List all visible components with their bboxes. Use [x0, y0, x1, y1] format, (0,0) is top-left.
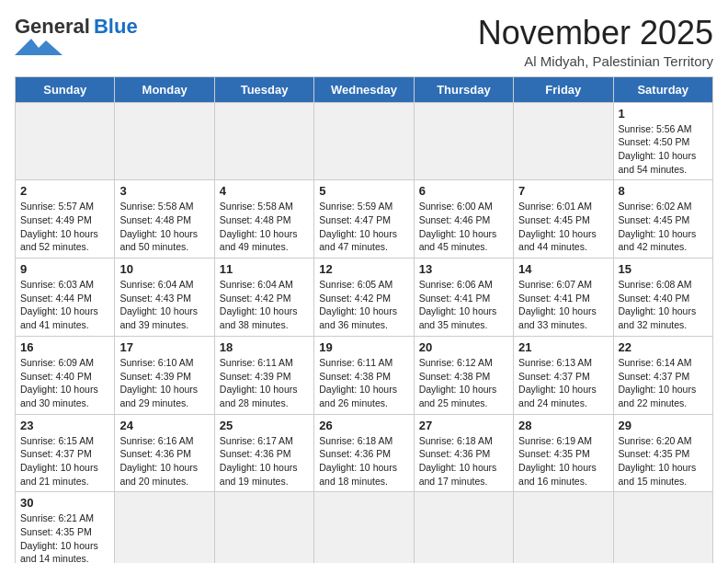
day-number: 12: [319, 262, 408, 276]
day-number: 22: [619, 340, 708, 354]
calendar-cell: 26Sunrise: 6:18 AM Sunset: 4:36 PM Dayli…: [314, 414, 414, 492]
calendar-cell: 5Sunrise: 5:59 AM Sunset: 4:47 PM Daylig…: [314, 180, 414, 259]
calendar-cell: 11Sunrise: 6:04 AM Sunset: 4:42 PM Dayli…: [214, 259, 313, 337]
day-number: 19: [319, 340, 408, 354]
calendar-cell: 3Sunrise: 5:58 AM Sunset: 4:48 PM Daylig…: [115, 180, 214, 259]
day-number: 29: [619, 419, 708, 432]
logo-icon: [15, 39, 63, 55]
weekday-header-saturday: Saturday: [613, 76, 712, 102]
day-number: 11: [220, 262, 309, 276]
day-info: Sunrise: 6:01 AM Sunset: 4:45 PM Dayligh…: [518, 200, 608, 254]
day-number: 6: [419, 184, 508, 198]
day-number: 30: [20, 496, 109, 510]
day-info: Sunrise: 6:17 AM Sunset: 4:36 PM Dayligh…: [220, 434, 309, 488]
calendar-cell: 13Sunrise: 6:06 AM Sunset: 4:41 PM Dayli…: [414, 259, 513, 337]
calendar-cell: 22Sunrise: 6:14 AM Sunset: 4:37 PM Dayli…: [613, 336, 712, 414]
calendar-cell: 4Sunrise: 5:58 AM Sunset: 4:48 PM Daylig…: [214, 180, 313, 259]
day-info: Sunrise: 5:58 AM Sunset: 4:48 PM Dayligh…: [220, 200, 309, 254]
day-number: 24: [119, 419, 209, 432]
day-number: 14: [518, 262, 608, 276]
calendar-cell: [314, 492, 414, 563]
header: General Blue November 2025 Al Midyah, Pa…: [15, 15, 713, 69]
calendar-cell: 24Sunrise: 6:16 AM Sunset: 4:36 PM Dayli…: [115, 414, 214, 492]
day-number: 26: [319, 419, 408, 432]
calendar-cell: [314, 102, 414, 180]
day-number: 1: [619, 107, 708, 121]
calendar-cell: [214, 102, 313, 180]
calendar-cell: [514, 102, 613, 180]
calendar-cell: 21Sunrise: 6:13 AM Sunset: 4:37 PM Dayli…: [514, 336, 613, 414]
day-info: Sunrise: 6:11 AM Sunset: 4:39 PM Dayligh…: [220, 356, 309, 410]
day-number: 8: [619, 184, 708, 198]
logo-blue: Blue: [94, 15, 138, 39]
day-info: Sunrise: 6:06 AM Sunset: 4:41 PM Dayligh…: [419, 278, 508, 332]
calendar-week-row: 9Sunrise: 6:03 AM Sunset: 4:44 PM Daylig…: [16, 259, 713, 337]
day-info: Sunrise: 6:07 AM Sunset: 4:41 PM Dayligh…: [518, 278, 608, 332]
day-info: Sunrise: 6:18 AM Sunset: 4:36 PM Dayligh…: [319, 434, 408, 488]
day-number: 25: [220, 419, 309, 432]
day-number: 17: [119, 340, 209, 354]
calendar-cell: [514, 492, 613, 563]
calendar-week-row: 2Sunrise: 5:57 AM Sunset: 4:49 PM Daylig…: [16, 180, 713, 259]
day-number: 3: [119, 184, 209, 198]
weekday-header-sunday: Sunday: [16, 76, 115, 102]
day-number: 20: [419, 340, 508, 354]
weekday-header-friday: Friday: [514, 76, 613, 102]
calendar-week-row: 30Sunrise: 6:21 AM Sunset: 4:35 PM Dayli…: [16, 492, 713, 563]
calendar-cell: 15Sunrise: 6:08 AM Sunset: 4:40 PM Dayli…: [613, 259, 712, 337]
calendar-week-row: 1Sunrise: 5:56 AM Sunset: 4:50 PM Daylig…: [16, 102, 713, 180]
day-number: 28: [518, 419, 608, 432]
calendar-cell: 17Sunrise: 6:10 AM Sunset: 4:39 PM Dayli…: [115, 336, 214, 414]
day-info: Sunrise: 6:11 AM Sunset: 4:38 PM Dayligh…: [319, 356, 408, 410]
day-number: 16: [20, 340, 109, 354]
weekday-header-wednesday: Wednesday: [314, 76, 414, 102]
calendar: SundayMondayTuesdayWednesdayThursdayFrid…: [15, 76, 713, 563]
day-number: 15: [619, 262, 708, 276]
calendar-cell: 7Sunrise: 6:01 AM Sunset: 4:45 PM Daylig…: [514, 180, 613, 259]
day-number: 4: [220, 184, 309, 198]
calendar-week-row: 23Sunrise: 6:15 AM Sunset: 4:37 PM Dayli…: [16, 414, 713, 492]
calendar-cell: 25Sunrise: 6:17 AM Sunset: 4:36 PM Dayli…: [214, 414, 313, 492]
calendar-cell: 19Sunrise: 6:11 AM Sunset: 4:38 PM Dayli…: [314, 336, 414, 414]
day-number: 21: [518, 340, 608, 354]
day-info: Sunrise: 6:18 AM Sunset: 4:36 PM Dayligh…: [419, 434, 508, 488]
day-info: Sunrise: 5:58 AM Sunset: 4:48 PM Dayligh…: [119, 200, 209, 254]
calendar-cell: 30Sunrise: 6:21 AM Sunset: 4:35 PM Dayli…: [16, 492, 115, 563]
calendar-cell: [613, 492, 712, 563]
calendar-cell: 29Sunrise: 6:20 AM Sunset: 4:35 PM Dayli…: [613, 414, 712, 492]
calendar-cell: 28Sunrise: 6:19 AM Sunset: 4:35 PM Dayli…: [514, 414, 613, 492]
day-info: Sunrise: 6:21 AM Sunset: 4:35 PM Dayligh…: [20, 511, 109, 563]
day-number: 23: [20, 419, 109, 432]
calendar-cell: [16, 102, 115, 180]
calendar-cell: 1Sunrise: 5:56 AM Sunset: 4:50 PM Daylig…: [613, 102, 712, 180]
day-number: 5: [319, 184, 408, 198]
calendar-cell: [115, 102, 214, 180]
day-info: Sunrise: 6:14 AM Sunset: 4:37 PM Dayligh…: [619, 356, 708, 410]
calendar-cell: 10Sunrise: 6:04 AM Sunset: 4:43 PM Dayli…: [115, 259, 214, 337]
calendar-cell: 16Sunrise: 6:09 AM Sunset: 4:40 PM Dayli…: [16, 336, 115, 414]
day-number: 13: [419, 262, 508, 276]
day-number: 2: [20, 184, 109, 198]
calendar-cell: 20Sunrise: 6:12 AM Sunset: 4:38 PM Dayli…: [414, 336, 513, 414]
calendar-cell: [115, 492, 214, 563]
logo: General Blue: [15, 15, 138, 55]
month-title: November 2025: [478, 15, 713, 52]
day-info: Sunrise: 6:19 AM Sunset: 4:35 PM Dayligh…: [518, 434, 608, 488]
calendar-cell: 6Sunrise: 6:00 AM Sunset: 4:46 PM Daylig…: [414, 180, 513, 259]
day-info: Sunrise: 5:56 AM Sunset: 4:50 PM Dayligh…: [619, 122, 708, 177]
calendar-cell: 2Sunrise: 5:57 AM Sunset: 4:49 PM Daylig…: [16, 180, 115, 259]
calendar-cell: 27Sunrise: 6:18 AM Sunset: 4:36 PM Dayli…: [414, 414, 513, 492]
calendar-week-row: 16Sunrise: 6:09 AM Sunset: 4:40 PM Dayli…: [16, 336, 713, 414]
weekday-header-thursday: Thursday: [414, 76, 513, 102]
calendar-cell: [214, 492, 313, 563]
day-info: Sunrise: 6:09 AM Sunset: 4:40 PM Dayligh…: [20, 356, 109, 410]
day-info: Sunrise: 6:16 AM Sunset: 4:36 PM Dayligh…: [119, 434, 209, 488]
calendar-cell: 14Sunrise: 6:07 AM Sunset: 4:41 PM Dayli…: [514, 259, 613, 337]
day-info: Sunrise: 5:59 AM Sunset: 4:47 PM Dayligh…: [319, 200, 408, 254]
day-info: Sunrise: 6:05 AM Sunset: 4:42 PM Dayligh…: [319, 278, 408, 332]
day-info: Sunrise: 6:12 AM Sunset: 4:38 PM Dayligh…: [419, 356, 508, 410]
day-info: Sunrise: 6:15 AM Sunset: 4:37 PM Dayligh…: [20, 434, 109, 488]
weekday-header-tuesday: Tuesday: [214, 76, 313, 102]
day-info: Sunrise: 6:08 AM Sunset: 4:40 PM Dayligh…: [619, 278, 708, 332]
calendar-cell: 23Sunrise: 6:15 AM Sunset: 4:37 PM Dayli…: [16, 414, 115, 492]
